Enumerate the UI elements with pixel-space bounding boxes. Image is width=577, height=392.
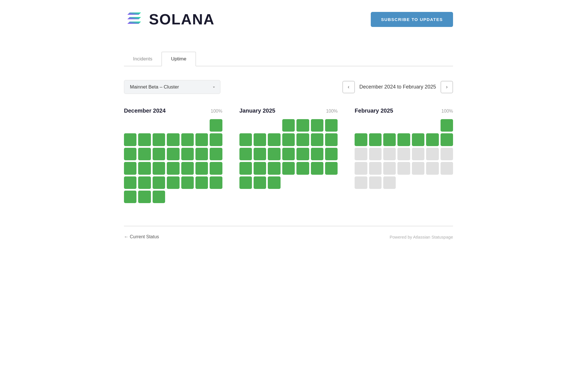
calendar-cell bbox=[441, 162, 453, 174]
calendar-cell bbox=[369, 133, 382, 146]
calendar-cell bbox=[153, 191, 165, 203]
calendar-cell bbox=[167, 191, 179, 203]
logo-text: SOLANA bbox=[149, 11, 215, 28]
calendar-cell bbox=[181, 148, 194, 160]
calendar-cell bbox=[195, 176, 208, 189]
calendar-cell bbox=[239, 133, 252, 146]
calendar-cell bbox=[426, 133, 439, 146]
calendar-cell bbox=[210, 119, 222, 132]
calendar-cell bbox=[426, 148, 439, 160]
calendar-cell bbox=[254, 133, 266, 146]
calendar-cell bbox=[195, 148, 208, 160]
calendar-cell bbox=[296, 162, 309, 174]
subscribe-button[interactable]: SUBSCRIBE TO UPDATES bbox=[371, 12, 453, 27]
calendar-cell bbox=[167, 119, 179, 132]
calendar-cell bbox=[254, 148, 266, 160]
calendar-dec2024-grid bbox=[124, 119, 222, 203]
prev-period-button[interactable]: ‹ bbox=[342, 81, 355, 93]
calendar-cell bbox=[210, 133, 222, 146]
calendar-jan2025-uptime: 100% bbox=[326, 109, 338, 114]
current-status-link[interactable]: ← Current Status bbox=[124, 234, 159, 239]
date-range-label: December 2024 to February 2025 bbox=[359, 84, 436, 90]
calendar-cell bbox=[167, 162, 179, 174]
calendar-cell bbox=[426, 162, 439, 174]
calendar-cell bbox=[153, 162, 165, 174]
tabs-row: Incidents Uptime bbox=[124, 51, 453, 66]
calendar-cell bbox=[195, 119, 208, 132]
calendar-cell bbox=[268, 176, 280, 189]
calendar-cell bbox=[153, 148, 165, 160]
calendar-cell bbox=[153, 176, 165, 189]
calendar-dec2024: December 2024 100% bbox=[124, 108, 222, 203]
calendar-cell bbox=[397, 133, 410, 146]
calendar-cell bbox=[426, 176, 439, 189]
calendar-cell bbox=[441, 119, 453, 132]
calendar-cell bbox=[124, 133, 136, 146]
calendar-cell bbox=[268, 119, 280, 132]
calendar-jan2025: January 2025 100% bbox=[239, 108, 338, 203]
logo-area: SOLANA bbox=[124, 9, 215, 29]
calendar-cell bbox=[355, 162, 367, 174]
calendar-cell bbox=[397, 119, 410, 132]
calendar-cell bbox=[210, 148, 222, 160]
calendar-cell bbox=[254, 119, 266, 132]
calendar-cell bbox=[355, 176, 367, 189]
calendar-feb2025-title: February 2025 bbox=[355, 108, 393, 114]
calendar-cell bbox=[282, 148, 295, 160]
calendar-dec2024-header: December 2024 100% bbox=[124, 108, 222, 114]
calendar-cell bbox=[296, 176, 309, 189]
date-nav: ‹ December 2024 to February 2025 › bbox=[342, 81, 453, 93]
calendar-cell bbox=[412, 133, 424, 146]
calendar-cell bbox=[124, 162, 136, 174]
header: SOLANA SUBSCRIBE TO UPDATES bbox=[124, 0, 453, 37]
calendar-cell bbox=[325, 176, 338, 189]
calendar-cell bbox=[210, 191, 222, 203]
calendar-cell bbox=[311, 119, 323, 132]
calendar-cell bbox=[397, 176, 410, 189]
calendar-feb2025-uptime: 100% bbox=[441, 109, 453, 114]
calendar-cell bbox=[210, 176, 222, 189]
tabs-section: Incidents Uptime bbox=[124, 51, 453, 66]
calendar-cell bbox=[181, 162, 194, 174]
calendar-cell bbox=[412, 176, 424, 189]
powered-by-label: Powered by Atlassian Statuspage bbox=[390, 235, 453, 239]
calendar-cell bbox=[383, 148, 396, 160]
calendar-dec2024-uptime: 100% bbox=[211, 109, 222, 114]
calendar-feb2025: February 2025 100% bbox=[355, 108, 453, 203]
calendar-cell bbox=[369, 162, 382, 174]
calendar-cell bbox=[138, 133, 151, 146]
calendar-jan2025-grid bbox=[239, 119, 338, 189]
controls-row: Mainnet Beta – Cluster ‹ December 2024 t… bbox=[124, 80, 453, 94]
next-period-button[interactable]: › bbox=[441, 81, 453, 93]
calendar-cell bbox=[239, 119, 252, 132]
calendar-cell bbox=[167, 133, 179, 146]
calendar-cell bbox=[383, 133, 396, 146]
calendar-cell bbox=[167, 148, 179, 160]
calendar-cell bbox=[412, 148, 424, 160]
calendars-row: December 2024 100% January 2025 100% Feb… bbox=[124, 108, 453, 203]
solana-logo-icon bbox=[124, 9, 144, 29]
calendar-cell bbox=[412, 119, 424, 132]
calendar-cell bbox=[282, 119, 295, 132]
calendar-jan2025-title: January 2025 bbox=[239, 108, 275, 114]
footer: ← Current Status Powered by Atlassian St… bbox=[124, 226, 453, 247]
calendar-cell bbox=[426, 119, 439, 132]
calendar-cell bbox=[369, 119, 382, 132]
calendar-cell bbox=[181, 191, 194, 203]
calendar-cell bbox=[254, 162, 266, 174]
calendar-cell bbox=[195, 162, 208, 174]
calendar-dec2024-title: December 2024 bbox=[124, 108, 166, 114]
calendar-feb2025-header: February 2025 100% bbox=[355, 108, 453, 114]
calendar-cell bbox=[239, 148, 252, 160]
tab-incidents[interactable]: Incidents bbox=[124, 52, 161, 66]
calendar-cell bbox=[138, 176, 151, 189]
calendar-cell bbox=[311, 148, 323, 160]
calendar-cell bbox=[138, 148, 151, 160]
calendar-cell bbox=[153, 119, 165, 132]
calendar-cell bbox=[325, 119, 338, 132]
calendar-cell bbox=[210, 162, 222, 174]
tab-uptime[interactable]: Uptime bbox=[161, 52, 196, 66]
calendar-cell bbox=[383, 119, 396, 132]
cluster-select[interactable]: Mainnet Beta – Cluster bbox=[124, 80, 220, 94]
calendar-cell bbox=[296, 133, 309, 146]
